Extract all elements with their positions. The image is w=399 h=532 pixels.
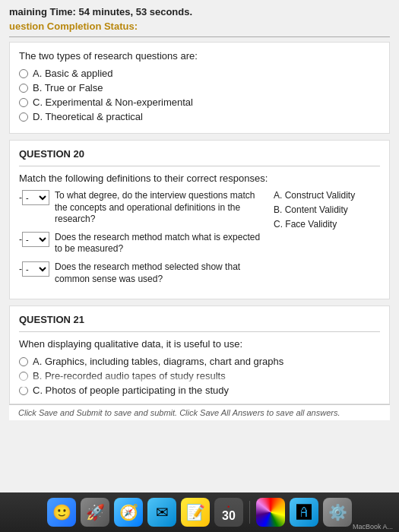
question-21-block: QUESTION 21 When displaying qualitative … — [9, 306, 390, 404]
completion-label: uestion Completion Status: — [9, 21, 138, 32]
completion-bar: uestion Completion Status: — [9, 21, 390, 37]
dock-divider — [249, 501, 250, 524]
q21-header: QUESTION 21 — [19, 314, 380, 325]
q21-label-a: A. Graphics, including tables, diagrams,… — [33, 356, 283, 367]
match-selector-3[interactable]: - - A B C — [19, 261, 52, 277]
match-text-1: To what degree, do the interview questio… — [55, 190, 268, 226]
launchpad-icon[interactable]: 🚀 — [81, 498, 109, 527]
finder-icon[interactable]: 🙂 — [47, 498, 76, 527]
question-20-block: QUESTION 20 Match the following definiti… — [9, 140, 390, 299]
timer-bar: maining Time: 54 minutes, 53 seconds. — [9, 6, 390, 17]
q19-label-c: C. Experimental & Non-experimental — [33, 97, 193, 108]
save-bar: Click Save and Submit to save and submit… — [9, 404, 390, 420]
safari-icon[interactable]: 🧭 — [114, 498, 143, 527]
q21-divider — [19, 331, 380, 332]
q19-text: The two types of research questions are: — [19, 50, 380, 62]
fade-overlay — [10, 373, 389, 387]
match-select-2[interactable]: - A B C — [22, 232, 49, 247]
match-text-3: Does the research method selected show t… — [55, 261, 268, 285]
match-select-3[interactable]: - A B C — [22, 261, 49, 277]
mail-icon[interactable]: ✉ — [147, 498, 176, 527]
match-right: A. Construct Validity B. Content Validit… — [274, 190, 380, 291]
match-answer-b: B. Content Validity — [274, 204, 380, 215]
match-selector-1[interactable]: - - A B C — [19, 190, 52, 205]
match-row-2: - - A B C Does the research method match… — [19, 232, 268, 255]
match-text-2: Does the research method match what is e… — [55, 232, 268, 255]
q20-header: QUESTION 20 — [19, 148, 380, 160]
q19-label-a: A. Basic & applied — [33, 68, 113, 79]
timer-value: 54 minutes, 53 seconds. — [79, 6, 193, 17]
calendar-icon[interactable]: ▪ 30 — [214, 498, 243, 527]
q20-divider — [19, 166, 380, 166]
q21-radio-c[interactable] — [19, 386, 28, 395]
q21-radio-a[interactable] — [19, 357, 28, 366]
q19-option-c[interactable]: C. Experimental & Non-experimental — [19, 97, 380, 108]
match-answer-c: C. Face Validity — [274, 219, 380, 230]
q19-radio-a[interactable] — [19, 69, 28, 78]
q19-option-d[interactable]: D. Theoretical & practical — [19, 111, 380, 122]
photos-icon[interactable] — [256, 498, 285, 527]
q19-radio-c[interactable] — [19, 98, 28, 107]
match-selector-2[interactable]: - - A B C — [19, 232, 52, 247]
appstore-icon[interactable]: 🅰 — [290, 498, 318, 527]
question-19-block: The two types of research questions are:… — [9, 42, 390, 134]
screen: maining Time: 54 minutes, 53 seconds. ue… — [0, 0, 399, 532]
match-select-1[interactable]: - A B C — [22, 190, 49, 205]
q21-text: When displaying qualitative data, it is … — [19, 338, 380, 350]
save-text: Click Save and Submit to save and submit… — [18, 408, 340, 417]
match-row-3: - - A B C Does the research method selec… — [19, 261, 268, 285]
q19-radio-d[interactable] — [19, 112, 28, 122]
match-left: - - A B C To what degree, do the intervi… — [19, 190, 268, 291]
q19-label-b: B. True or False — [33, 82, 103, 93]
q20-intro: Match the following definitions to their… — [19, 173, 380, 184]
q21-option-a[interactable]: A. Graphics, including tables, diagrams,… — [19, 356, 380, 367]
macbook-label: MacBook A... — [353, 523, 393, 530]
q19-label-d: D. Theoretical & practical — [33, 111, 143, 122]
timer-label: maining Time: — [9, 6, 76, 17]
match-container: - - A B C To what degree, do the intervi… — [19, 190, 380, 291]
q19-option-a[interactable]: A. Basic & applied — [19, 68, 380, 79]
settings-icon[interactable]: ⚙️ — [323, 498, 352, 527]
q19-option-b[interactable]: B. True or False — [19, 82, 380, 93]
calendar-date: 30 — [222, 510, 236, 522]
match-answer-a: A. Construct Validity — [274, 190, 380, 201]
content-area: maining Time: 54 minutes, 53 seconds. ue… — [0, 0, 399, 492]
q19-radio-b[interactable] — [19, 84, 28, 93]
notes-icon[interactable]: 📝 — [181, 498, 210, 527]
match-row-1: - - A B C To what degree, do the intervi… — [19, 190, 268, 226]
taskbar: 🙂 🚀 🧭 ✉ 📝 ▪ 30 🅰 ⚙️ MacBook A... — [0, 492, 399, 532]
